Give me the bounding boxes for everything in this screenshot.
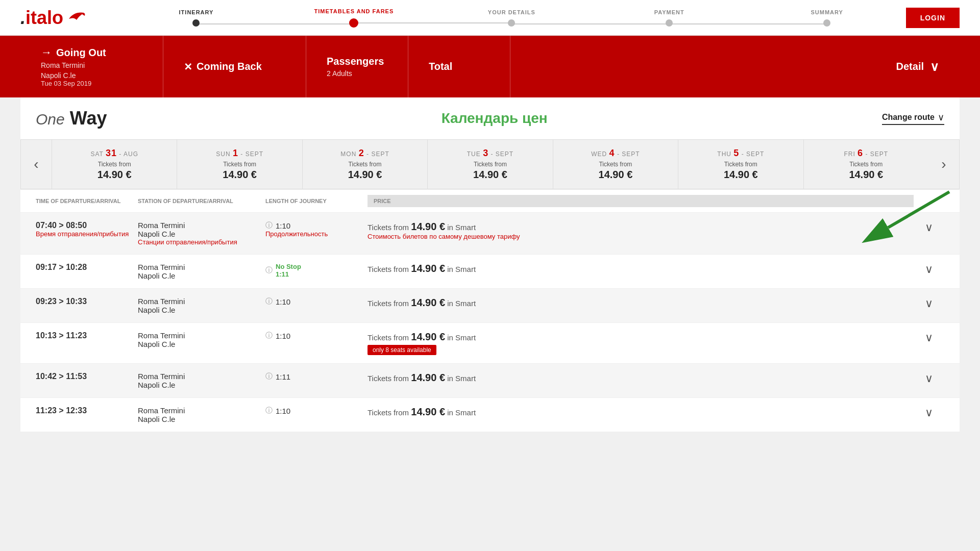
going-out-section[interactable]: → Going Out Roma Termini Napoli C.le Tue… [20, 36, 163, 97]
train-time-col: 11:23 > 12:33 [36, 406, 138, 415]
detail-label: Detail [896, 61, 924, 72]
train-time-col: 10:13 > 11:23 [36, 331, 138, 340]
steps-container: ITINERARY TIMETABLES AND FARES YOUR DETA… [117, 8, 906, 28]
train-station-col: Roma TerminiNapoli C.leСтанции отправлен… [138, 221, 265, 246]
train-time-col: 07:40 > 08:50Время отправления/прибытия [36, 221, 138, 238]
col-time-header: TIME OF DEPARTURE/ARRIVAL [36, 198, 138, 204]
chevron-down-icon: ∨ [938, 112, 944, 123]
main-content: One Way Календарь цен Change route ∨ ‹ S… [20, 97, 960, 432]
going-out-date: Tue 03 Sep 2019 [41, 80, 142, 87]
login-button[interactable]: LOGIN [906, 8, 960, 28]
expand-chevron-icon[interactable]: ∨ [914, 331, 944, 344]
step-label: SUMMARY [811, 9, 843, 15]
train-price-col: Tickets from 14.90 € in Smartonly 8 seat… [368, 331, 914, 355]
train-station-col: Roma TerminiNapoli C.le [138, 297, 265, 314]
coming-back-title: ✕ Coming Back [184, 61, 285, 73]
train-table: 07:40 > 08:50Время отправления/прибытия … [20, 212, 960, 432]
detail-section[interactable]: Detail ∨ [876, 36, 960, 97]
train-row[interactable]: 11:23 > 12:33 Roma TerminiNapoli C.le ⓘ1… [20, 397, 960, 432]
train-station-col: Roma TerminiNapoli C.le [138, 331, 265, 348]
step-itinerary[interactable]: ITINERARY [117, 9, 275, 27]
top-nav: .italo ITINERARY TIMETABLES AND FARES YO… [0, 0, 980, 36]
train-time-col: 10:42 > 11:53 [36, 372, 138, 381]
arrow-right-icon: → [41, 46, 52, 59]
train-price-col: Tickets from 14.90 € in Smart [368, 406, 914, 418]
train-journey-col: ⓘNo Stop1:11 [265, 263, 368, 278]
going-out-title: → Going Out [41, 46, 142, 59]
col-journey-header: LENGTH OF JOURNEY [265, 198, 368, 204]
train-journey-col: ⓘ1:11 [265, 372, 368, 381]
train-price-col: Tickets from 14.90 € in Smart [368, 297, 914, 309]
calendar-day-2[interactable]: MON 2 - sept Tickets from 14.90 € [302, 140, 427, 189]
total-title: Total [429, 61, 489, 72]
train-station-col: Roma TerminiNapoli C.le [138, 263, 265, 280]
change-route-label: Change route [882, 113, 935, 122]
step-timetables[interactable]: TIMETABLES AND FARES [275, 8, 433, 28]
step-payment[interactable]: PAYMENT [591, 9, 748, 27]
chevron-down-icon: ∨ [930, 60, 939, 74]
step-label: TIMETABLES AND FARES [314, 8, 394, 14]
train-row[interactable]: 09:17 > 10:28 Roma TerminiNapoli C.le ⓘN… [20, 254, 960, 288]
col-price-header: PRICE [368, 195, 914, 207]
one-way-row: One Way Календарь цен Change route ∨ [20, 97, 960, 139]
passengers-section: Passengers 2 Adults [306, 36, 408, 97]
going-out-from: Roma Termini [41, 61, 142, 69]
expand-chevron-icon[interactable]: ∨ [914, 263, 944, 276]
train-journey-col: ⓘ1:10 [265, 331, 368, 340]
coming-back-section[interactable]: ✕ Coming Back [163, 36, 306, 97]
step-label: YOUR DETAILS [488, 9, 535, 15]
calendar-day-4[interactable]: WED 4 - sept Tickets from 14.90 € [553, 140, 678, 189]
booking-header: → Going Out Roma Termini Napoli C.le Tue… [0, 36, 980, 97]
expand-chevron-icon[interactable]: ∨ [914, 297, 944, 310]
calendar-days: SAT 31 - aug Tickets from 14.90 € SUN 1 … [52, 140, 928, 189]
calendar-title: Календарь цен [107, 110, 881, 127]
step-label: PAYMENT [654, 9, 684, 15]
train-row[interactable]: 07:40 > 08:50Время отправления/прибытия … [20, 212, 960, 254]
way-label: Way [70, 108, 107, 129]
close-icon: ✕ [184, 61, 192, 73]
calendar-day-6[interactable]: FRI 6 - sept Tickets from 14.90 € [803, 140, 928, 189]
train-price-col: Tickets from 14.90 € in SmartСтоимость б… [368, 221, 914, 240]
expand-chevron-icon[interactable]: ∨ [914, 372, 944, 385]
train-row[interactable]: 10:13 > 11:23 Roma TerminiNapoli C.le ⓘ1… [20, 322, 960, 363]
change-route-button[interactable]: Change route ∨ [882, 112, 944, 125]
train-time-col: 09:17 > 10:28 [36, 263, 138, 272]
one-way-label: One Way [36, 108, 107, 129]
passengers-value: 2 Adults [327, 69, 387, 78]
train-journey-col: ⓘ1:10Продолжительность [265, 221, 368, 238]
total-section: Total [408, 36, 510, 97]
train-row[interactable]: 09:23 > 10:33 Roma TerminiNapoli C.le ⓘ1… [20, 288, 960, 322]
calendar-next-button[interactable]: › [928, 140, 959, 189]
chevron-left-icon: ‹ [34, 156, 38, 172]
calendar-day-1[interactable]: SUN 1 - sept Tickets from 14.90 € [177, 140, 302, 189]
logo: .italo [20, 7, 87, 29]
train-row[interactable]: 10:42 > 11:53 Roma TerminiNapoli C.le ⓘ1… [20, 363, 960, 397]
calendar-day-0[interactable]: SAT 31 - aug Tickets from 14.90 € [52, 140, 177, 189]
calendar-prev-button[interactable]: ‹ [21, 140, 52, 189]
train-price-col: Tickets from 14.90 € in Smart [368, 372, 914, 384]
train-journey-col: ⓘ1:10 [265, 297, 368, 306]
step-details[interactable]: YOUR DETAILS [433, 9, 591, 27]
calendar-price-row: ‹ SAT 31 - aug Tickets from 14.90 € SUN … [20, 139, 960, 189]
train-price-col: Tickets from 14.90 € in Smart [368, 263, 914, 274]
expand-chevron-icon[interactable]: ∨ [914, 221, 944, 234]
train-station-col: Roma TerminiNapoli C.le [138, 406, 265, 423]
logo-bird-icon [66, 7, 87, 29]
going-out-to: Napoli C.le [41, 71, 142, 80]
col-station-header: STATION OF DEPARTURE/ARRIVAL [138, 198, 265, 204]
step-summary[interactable]: SUMMARY [748, 9, 906, 27]
passengers-title: Passengers [327, 56, 387, 67]
expand-chevron-icon[interactable]: ∨ [914, 406, 944, 419]
step-label: ITINERARY [179, 9, 214, 15]
train-station-col: Roma TerminiNapoli C.le [138, 372, 265, 389]
train-time-col: 09:23 > 10:33 [36, 297, 138, 306]
calendar-day-3[interactable]: TUE 3 - sept Tickets from 14.90 € [427, 140, 552, 189]
train-journey-col: ⓘ1:10 [265, 406, 368, 415]
chevron-right-icon: › [941, 156, 946, 172]
table-header: TIME OF DEPARTURE/ARRIVAL STATION OF DEP… [20, 189, 960, 212]
seats-warning-badge: only 8 seats available [368, 345, 436, 355]
train-rows-container: 07:40 > 08:50Время отправления/прибытия … [20, 212, 960, 432]
calendar-day-5[interactable]: THU 5 - sept Tickets from 14.90 € [678, 140, 803, 189]
